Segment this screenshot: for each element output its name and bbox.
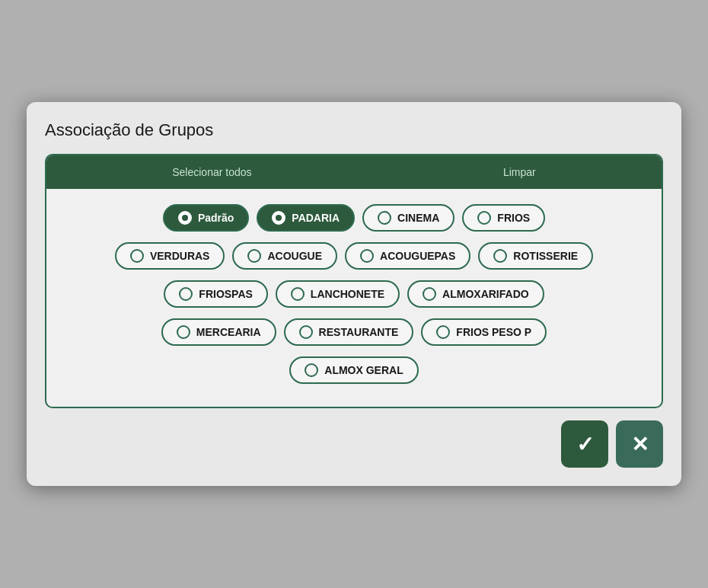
option-label-almoxgeral: ALMOX GERAL	[324, 364, 403, 376]
radio-dot-lanchonete	[291, 287, 305, 301]
option-label-rotisserie: ROTISSERIE	[513, 250, 578, 262]
radio-dot-padrao	[178, 211, 192, 225]
option-friospas[interactable]: FRIOSPAS	[164, 280, 268, 308]
option-label-padrao: Padrão	[198, 212, 234, 224]
option-acouguepas[interactable]: ACOUGUEPAS	[345, 242, 470, 270]
option-label-mercearia: MERCEARIA	[196, 326, 261, 338]
panel-body: Padrão PADARIA CINEMA FRIOS	[46, 189, 662, 407]
footer: ✓ ✕	[45, 420, 663, 468]
option-verduras[interactable]: VERDURAS	[115, 242, 225, 270]
option-frios[interactable]: FRIOS	[462, 204, 545, 232]
option-padrao[interactable]: Padrão	[163, 204, 249, 232]
dialog: Associação de Grupos Selecionar todos Li…	[27, 102, 681, 486]
cancel-icon: ✕	[631, 432, 649, 457]
option-label-padaria: PADARIA	[292, 212, 340, 224]
radio-dot-frios	[477, 211, 491, 225]
option-almoxarifado[interactable]: ALMOXARIFADO	[407, 280, 544, 308]
option-mercearia[interactable]: MERCEARIA	[161, 318, 276, 346]
option-lanchonete[interactable]: LANCHONETE	[276, 280, 400, 308]
select-all-button[interactable]: Selecionar todos	[157, 163, 266, 181]
options-row-5: ALMOX GERAL	[289, 356, 418, 384]
option-label-cinema: CINEMA	[397, 212, 439, 224]
radio-dot-verduras	[130, 249, 144, 263]
option-label-acouguepas: ACOUGUEPAS	[380, 250, 455, 262]
cancel-button[interactable]: ✕	[616, 420, 663, 468]
radio-dot-rotisserie	[493, 249, 507, 263]
options-row-2: VERDURAS ACOUGUE ACOUGUEPAS ROTISSERIE	[115, 242, 593, 270]
options-row-3: FRIOSPAS LANCHONETE ALMOXARIFADO	[164, 280, 544, 308]
radio-dot-almoxarifado	[423, 287, 436, 301]
options-row-4: MERCEARIA RESTAURANTE FRIOS PESO P	[161, 318, 547, 346]
option-restaurante[interactable]: RESTAURANTE	[284, 318, 414, 346]
option-almoxgeral[interactable]: ALMOX GERAL	[289, 356, 418, 384]
confirm-icon: ✓	[576, 432, 594, 457]
confirm-button[interactable]: ✓	[561, 420, 608, 468]
radio-dot-acouguepas	[360, 249, 374, 263]
radio-dot-friospas	[179, 287, 193, 301]
radio-dot-mercearia	[177, 325, 190, 339]
option-rotisserie[interactable]: ROTISSERIE	[478, 242, 593, 270]
option-label-almoxarifado: ALMOXARIFADO	[442, 288, 529, 300]
option-padaria[interactable]: PADARIA	[257, 204, 355, 232]
dialog-title: Associação de Grupos	[45, 120, 663, 140]
radio-dot-restaurante	[299, 325, 313, 339]
option-label-frios: FRIOS	[497, 212, 530, 224]
panel-header: Selecionar todos Limpar	[46, 155, 662, 189]
option-label-acougue: ACOUGUE	[267, 250, 322, 262]
option-label-friospesop: FRIOS PESO P	[456, 326, 531, 338]
radio-dot-padaria	[272, 211, 285, 225]
panel: Selecionar todos Limpar Padrão PADARIA C…	[45, 154, 663, 408]
option-friospesop[interactable]: FRIOS PESO P	[421, 318, 547, 346]
option-acougue[interactable]: ACOUGUE	[232, 242, 337, 270]
option-label-friospas: FRIOSPAS	[199, 288, 253, 300]
radio-dot-friospesop	[436, 325, 450, 339]
clear-button[interactable]: Limpar	[488, 163, 551, 181]
option-label-restaurante: RESTAURANTE	[319, 326, 399, 338]
radio-dot-almoxgeral	[305, 363, 318, 377]
option-label-verduras: VERDURAS	[150, 250, 210, 262]
option-label-lanchonete: LANCHONETE	[311, 288, 384, 300]
options-row-1: Padrão PADARIA CINEMA FRIOS	[163, 204, 545, 232]
radio-dot-acougue	[247, 249, 261, 263]
radio-dot-cinema	[378, 211, 391, 225]
option-cinema[interactable]: CINEMA	[362, 204, 454, 232]
